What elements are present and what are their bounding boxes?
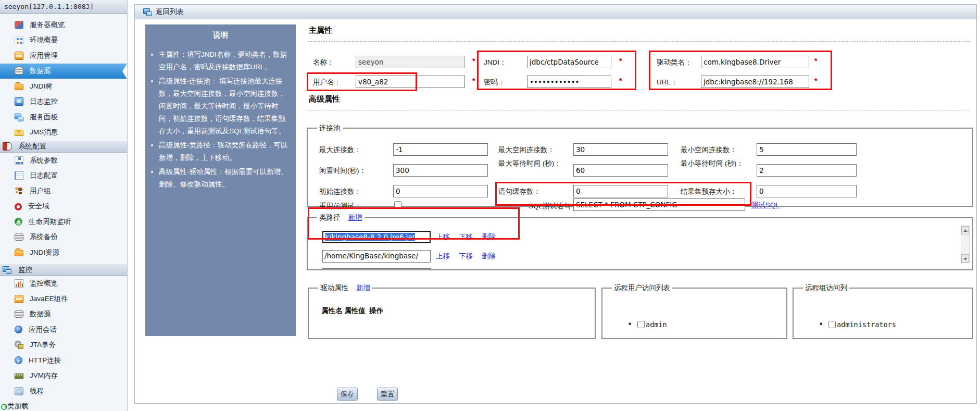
sidebar-item-system-backup[interactable]: 系统备份 <box>0 230 127 245</box>
sql-test-input[interactable] <box>573 198 745 211</box>
toolbar: 返回列表 <box>135 5 976 19</box>
col-prop-value: 属性值 <box>344 307 366 315</box>
max-idle-input[interactable] <box>573 143 668 156</box>
test-before-reuse-label: 重用前测试： <box>319 202 361 211</box>
classpath-legend-text: 类路径 <box>319 214 341 221</box>
classpath-input[interactable]: k/kingbase8-8.2.0.jre6.jar <box>322 231 431 243</box>
list-bullet: • <box>819 320 823 329</box>
remote-group-checkbox[interactable] <box>828 321 836 328</box>
max-conn-input[interactable] <box>393 143 488 156</box>
sidebar-item-lifecycle-listener[interactable]: 生命周期监听 <box>0 214 127 230</box>
sidebar-item-jta-transaction[interactable]: JTA事务 <box>0 338 127 353</box>
move-down-link[interactable]: 下移 <box>459 232 473 242</box>
move-down-link[interactable]: 下移 <box>459 252 473 261</box>
sidebar-item-app-session[interactable]: 应用会话 <box>0 322 127 338</box>
prefetch-input[interactable] <box>757 185 857 197</box>
password-input[interactable] <box>527 76 611 88</box>
classpath-list: k/kingbase8-8.2.0.jre6.jar 上移 下移 删除 /hom… <box>308 222 972 269</box>
init-conn-input[interactable] <box>393 185 488 197</box>
monitor-overview-icon <box>15 279 23 288</box>
jndi-input[interactable] <box>527 56 611 68</box>
driver-props-add-link[interactable]: 新增 <box>356 284 370 292</box>
jvm-memory-icon <box>15 373 23 379</box>
sidebar-item-monitor-overview[interactable]: 监控概览 <box>0 276 127 292</box>
move-up-link[interactable]: 上移 <box>436 252 450 261</box>
prefetch-label: 结果集预存大小： <box>681 187 737 196</box>
sidebar-section-monitoring[interactable]: 监控 <box>0 264 127 276</box>
classpath-scrollbar[interactable] <box>961 226 970 263</box>
sidebar-item-jvm-memory[interactable]: JVM内存 <box>0 368 127 384</box>
jndi-tree-icon <box>15 84 23 90</box>
max-wait-label: 最大等待时间 (秒)： <box>498 159 562 168</box>
required-mark: * <box>814 57 817 65</box>
server-overview-icon <box>15 21 23 29</box>
stmt-cache-input[interactable] <box>573 185 668 197</box>
col-prop-name: 属性名 <box>321 307 343 315</box>
sidebar-item-log-config[interactable]: 日志配置 <box>0 168 127 184</box>
delete-link[interactable]: 删除 <box>482 232 496 242</box>
sidebar-item-environment-summary[interactable]: 环境概要 <box>0 33 127 48</box>
return-list-button[interactable]: 返回列表 <box>156 7 184 17</box>
sidebar-item-jndi-resource[interactable]: JNDI资源 <box>0 245 127 260</box>
move-up-link[interactable]: 上移 <box>436 232 450 242</box>
url-input[interactable] <box>701 76 809 88</box>
sidebar-section-system-config[interactable]: 系统配置 <box>0 140 127 153</box>
username-input[interactable] <box>356 76 465 88</box>
classpath-input[interactable]: /home/KingBase/kingbase/ <box>322 268 431 269</box>
reset-button[interactable]: 重置 <box>377 388 398 401</box>
sidebar-item-system-params[interactable]: 系统参数 <box>0 153 127 168</box>
username-label: 用户名： <box>313 78 341 87</box>
help-bullet: 高级属性-驱动属性：根据需要可以新增、删除、修改驱动属性。 <box>159 166 292 191</box>
sidebar-item-log-monitor[interactable]: 日志监控 <box>0 94 127 110</box>
sidebar-item-security-domain[interactable]: 安全域 <box>0 199 127 215</box>
max-conn-label: 最大连接数： <box>319 145 361 155</box>
classpath-add-link[interactable]: 新增 <box>348 214 362 221</box>
remote-groups-fieldset: 远程组访问列 • administrators <box>793 283 973 339</box>
remote-group-label: administrators <box>837 320 896 329</box>
sidebar-item-jms-message[interactable]: JMS消息 <box>0 125 127 141</box>
sidebar-item-app-management[interactable]: 应用管理 <box>0 48 127 64</box>
required-mark: * <box>619 77 622 85</box>
min-wait-label: 最小等待时间 (秒)： <box>681 159 744 168</box>
help-title: 说明 <box>145 24 296 40</box>
min-idle-input[interactable] <box>757 143 857 156</box>
sidebar-item-thread[interactable]: 线程 <box>0 383 127 399</box>
sidebar-item-jndi-tree[interactable]: JNDI树 <box>0 79 127 94</box>
jndi-resource-icon <box>15 250 23 256</box>
max-wait-input[interactable] <box>573 164 668 177</box>
required-mark: * <box>472 77 475 85</box>
sidebar: seeyon[127.0.1.1:8083] 服务器概览 环境概要 应用管理 数… <box>0 0 128 411</box>
sidebar-item-datasource-monitor[interactable]: 数据源 <box>0 307 127 322</box>
driver-props-fieldset: 驱动属性 新增 属性名 属性值 操作 <box>308 283 596 339</box>
sidebar-item-javaee-components[interactable]: JavaEE组件 <box>0 291 127 307</box>
sidebar-item-class-loading[interactable]: 类加载 <box>0 399 127 411</box>
driver-class-input[interactable] <box>701 56 809 68</box>
sidebar-item-server-overview[interactable]: 服务器概览 <box>0 17 127 33</box>
scroll-down-button[interactable] <box>961 254 969 263</box>
sidebar-item-datasource[interactable]: 数据源 <box>0 64 127 79</box>
javaee-icon <box>15 295 23 303</box>
classpath-input[interactable]: /home/KingBase/kingbase/ <box>322 250 431 263</box>
sidebar-item-service-panel[interactable]: 服务面板 <box>0 109 127 125</box>
idle-time-input[interactable] <box>393 164 488 177</box>
max-idle-label: 最大空闲连接数： <box>498 145 555 155</box>
class-loading-icon <box>1 404 7 410</box>
remote-user-checkbox[interactable] <box>637 321 645 328</box>
service-panel-icon <box>15 113 23 121</box>
remote-user-label: admin <box>646 320 667 329</box>
help-bullet: 主属性：填写JNDI名称，驱动类名，数据空用户名，密码及连接数据库URL。 <box>159 48 292 73</box>
min-wait-input[interactable] <box>757 164 857 177</box>
test-sql-link[interactable]: 测试SQL <box>751 201 780 210</box>
sidebar-item-http-connection[interactable]: HTTP连接 <box>0 353 127 368</box>
test-before-reuse-checkbox[interactable] <box>394 201 401 208</box>
sidebar-item-user-group[interactable]: 用户组 <box>0 183 127 199</box>
list-bullet: • <box>627 320 632 329</box>
remote-group-item: • administrators <box>819 320 896 329</box>
datasource-monitor-icon <box>15 310 23 318</box>
help-bullet: 高级属性-类路径：驱动类所在路径，可以新增，删除，上下移动。 <box>159 139 292 164</box>
scroll-up-button[interactable] <box>961 226 969 234</box>
remote-user-item: • admin <box>627 320 667 329</box>
save-button[interactable]: 保存 <box>337 388 358 401</box>
jndi-label: JNDI： <box>484 58 507 67</box>
delete-link[interactable]: 删除 <box>482 252 496 261</box>
